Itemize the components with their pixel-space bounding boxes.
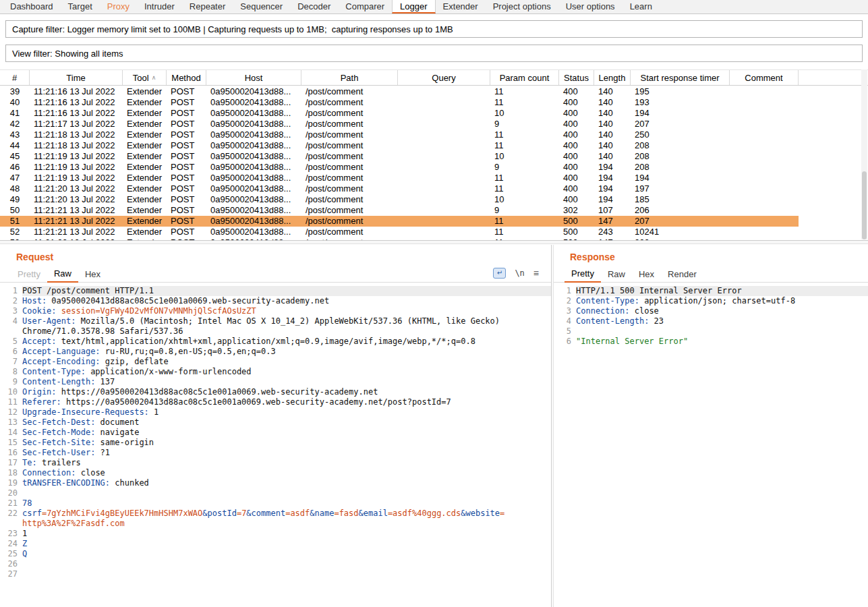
line-number: 2 — [554, 296, 576, 306]
editor-line: 20 — [0, 488, 551, 498]
table-row[interactable]: 4111:21:16 13 Jul 2022ExtenderPOST0a9500… — [0, 108, 799, 119]
cell-status: 400 — [559, 86, 594, 97]
cell-time: 11:21:20 13 Jul 2022 — [30, 194, 123, 205]
table-row[interactable]: 4911:21:20 13 Jul 2022ExtenderPOST0a9500… — [0, 194, 799, 205]
column-header-path[interactable]: Path — [301, 70, 398, 85]
column-header-query[interactable]: Query — [398, 70, 490, 85]
line-text — [22, 569, 551, 579]
tab-comparer[interactable]: Comparer — [338, 0, 392, 13]
tab-raw[interactable]: Raw — [47, 268, 78, 283]
column-header-time[interactable]: Time — [30, 70, 123, 85]
cell-path: /post/comment — [301, 129, 398, 140]
editor-line: 8Content-Type: application/x-www-form-ur… — [0, 367, 551, 377]
column-header-comment[interactable]: Comment — [730, 70, 799, 85]
cell-method: POST — [167, 86, 206, 97]
tab-hex[interactable]: Hex — [78, 269, 107, 282]
tab-repeater[interactable]: Repeater — [182, 0, 233, 13]
cell-query — [398, 162, 490, 173]
table-row[interactable]: 4211:21:17 13 Jul 2022ExtenderPOST0a9500… — [0, 119, 799, 129]
tab-target[interactable]: Target — [61, 0, 100, 13]
line-number: 4 — [554, 316, 576, 326]
cell-status: 500 — [559, 227, 594, 237]
cell-query — [398, 173, 490, 183]
cell-path: /post/comment — [301, 173, 398, 183]
tab-intruder[interactable]: Intruder — [137, 0, 182, 13]
editor-line: 12Upgrade-Insecure-Requests: 1 — [0, 407, 551, 417]
tab-render[interactable]: Render — [661, 269, 703, 282]
column-header-start-response-timer[interactable]: Start response timer — [631, 70, 730, 85]
column-header-length[interactable]: Length — [594, 70, 631, 85]
line-number: 16 — [0, 448, 22, 458]
table-row[interactable]: 5111:21:21 13 Jul 2022ExtenderPOST0a9500… — [0, 216, 799, 227]
request-editor[interactable]: 1POST /post/comment HTTP/1.12Host: 0a950… — [0, 283, 551, 607]
cell-id: 43 — [0, 129, 30, 140]
view-filter-bar[interactable]: View filter: Showing all items — [5, 45, 863, 62]
editor-line: 6Accept-Language: ru-RU,ru;q=0.8,en-US;q… — [0, 347, 551, 357]
tab-logger[interactable]: Logger — [392, 0, 435, 13]
editor-menu-icon[interactable]: ≡ — [533, 268, 539, 278]
line-number: 2 — [0, 296, 22, 306]
tab-decoder[interactable]: Decoder — [290, 0, 338, 13]
table-row[interactable]: 4411:21:18 13 Jul 2022ExtenderPOST0a9500… — [0, 140, 799, 151]
line-number: 6 — [0, 347, 22, 357]
cell-time: 11:21:16 13 Jul 2022 — [30, 97, 123, 108]
column-header-method[interactable]: Method — [167, 70, 206, 85]
tab-project-options[interactable]: Project options — [486, 0, 558, 13]
tab-raw[interactable]: Raw — [601, 269, 632, 282]
tab-pretty[interactable]: Pretty — [565, 268, 601, 283]
editor-line: 3Connection: close — [554, 306, 868, 316]
horizontal-splitter[interactable] — [0, 240, 868, 244]
table-row[interactable]: 4311:21:18 13 Jul 2022ExtenderPOST0a9500… — [0, 129, 799, 140]
cell-length: 194 — [594, 162, 631, 173]
tab-hex[interactable]: Hex — [632, 269, 661, 282]
cell-query — [398, 227, 490, 237]
cell-method: POST — [167, 183, 206, 194]
tab-proxy[interactable]: Proxy — [100, 0, 137, 13]
cell-host: 0a9500020413d88... — [206, 162, 301, 173]
table-row[interactable]: 4611:21:19 13 Jul 2022ExtenderPOST0a9500… — [0, 162, 799, 173]
cell-length: 194 — [594, 173, 631, 183]
table-row[interactable]: 5011:21:21 13 Jul 2022ExtenderPOST0a9500… — [0, 205, 799, 216]
column-header-status[interactable]: Status — [559, 70, 594, 85]
table-row[interactable]: 4511:21:19 13 Jul 2022ExtenderPOST0a9500… — [0, 151, 799, 162]
cell-id: 40 — [0, 97, 30, 108]
cell-host: 0a9500020413d88... — [206, 205, 301, 216]
show-newlines-icon[interactable]: \n — [515, 268, 524, 278]
cell-query — [398, 119, 490, 129]
cell-length: 140 — [594, 140, 631, 151]
table-row[interactable]: 3911:21:16 13 Jul 2022ExtenderPOST0a9500… — [0, 86, 799, 97]
tab-dashboard[interactable]: Dashboard — [3, 0, 61, 13]
tab-sequencer[interactable]: Sequencer — [233, 0, 290, 13]
cell-host: 0a9500020413d88... — [206, 86, 301, 97]
column-header-param-count[interactable]: Param count — [490, 70, 559, 85]
line-text — [22, 488, 551, 498]
line-text — [22, 559, 551, 569]
tab-user-options[interactable]: User options — [558, 0, 623, 13]
column-header-#[interactable]: # — [0, 70, 30, 85]
tab-extender[interactable]: Extender — [436, 0, 486, 13]
line-number: 19 — [0, 478, 22, 488]
soft-wrap-icon[interactable]: ↵ — [493, 268, 506, 279]
cell-length: 107 — [594, 205, 631, 216]
table-row[interactable]: 4711:21:19 13 Jul 2022ExtenderPOST0a9500… — [0, 173, 799, 183]
line-text: Upgrade-Insecure-Requests: 1 — [22, 407, 551, 417]
capture-filter-bar[interactable]: Capture filter: Logger memory limit set … — [5, 20, 863, 38]
tab-learn[interactable]: Learn — [623, 0, 660, 13]
cell-param_count: 11 — [490, 86, 559, 97]
scrollbar-thumb[interactable] — [862, 171, 867, 239]
table-vertical-scrollbar[interactable] — [861, 69, 867, 239]
column-header-host[interactable]: Host — [206, 70, 301, 85]
request-panel: Request PrettyRawHex ↵ \n ≡ 1POST /post/… — [0, 245, 551, 607]
table-row[interactable]: 4011:21:16 13 Jul 2022ExtenderPOST0a9500… — [0, 97, 799, 108]
line-text: Accept-Encoding: gzip, deflate — [22, 357, 551, 367]
column-header-tool[interactable]: Tool∧ — [123, 70, 167, 85]
cell-param_count: 11 — [490, 216, 559, 227]
cell-time: 11:21:20 13 Jul 2022 — [30, 183, 123, 194]
cell-timer: 194 — [631, 173, 730, 183]
table-row[interactable]: 4811:21:20 13 Jul 2022ExtenderPOST0a9500… — [0, 183, 799, 194]
table-row[interactable]: 5211:21:21 13 Jul 2022ExtenderPOST0a9500… — [0, 227, 799, 237]
cell-param_count: 10 — [490, 151, 559, 162]
response-editor[interactable]: 1HTTP/1.1 500 Internal Server Error2Cont… — [554, 283, 868, 607]
editor-line: 18Connection: close — [0, 468, 551, 478]
cell-param_count: 10 — [490, 108, 559, 119]
